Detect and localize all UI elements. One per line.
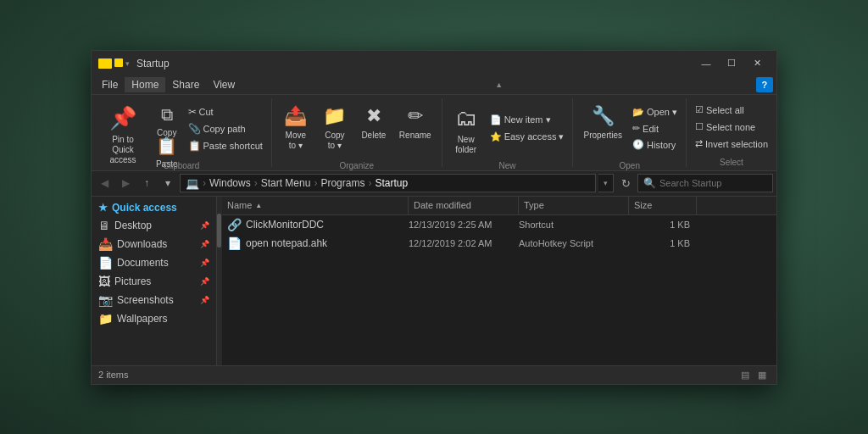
scissors-icon: ✂ — [188, 106, 197, 118]
pictures-folder-icon: 🖼 — [98, 275, 110, 288]
pin-to-quick-access-button[interactable]: 📌 Pin to Quick access — [97, 98, 149, 159]
sidebar-item-wallpapers[interactable]: 📁 Wallpapers — [92, 309, 216, 328]
move-to-button[interactable]: 📤 Move to ▾ — [277, 98, 314, 159]
close-button[interactable]: ✕ — [744, 52, 770, 75]
clipboard-buttons: 📌 Pin to Quick access ⧉ Copy 📋 Paste — [97, 98, 266, 159]
delete-button[interactable]: ✖ Delete — [355, 98, 392, 159]
select-none-label: Select none — [706, 122, 755, 132]
menu-view[interactable]: View — [206, 77, 242, 92]
window-title: Startup — [136, 58, 693, 70]
breadcrumb-startup[interactable]: Startup — [375, 177, 408, 189]
help-button[interactable]: ? — [756, 77, 773, 92]
copy-path-label: Copy path — [203, 124, 246, 134]
rename-label: Rename — [399, 131, 431, 141]
file-size-col-1: 1 KB — [629, 238, 697, 248]
minimize-button[interactable]: — — [693, 52, 719, 75]
copy-to-button[interactable]: 📁 Copy to ▾ — [316, 98, 353, 159]
title-bar-app-icons: ▾ — [98, 58, 130, 69]
menu-bar: File Home Share View ▲ ? — [92, 76, 776, 95]
edit-button[interactable]: ✏ Edit — [629, 121, 681, 136]
rename-button[interactable]: ✏ Rename — [394, 98, 437, 159]
pin-icon: 📌 — [109, 105, 136, 131]
delete-icon: ✖ — [366, 105, 381, 127]
invert-icon: ⇄ — [695, 138, 703, 149]
file-name-col-1: 📄 open notepad.ahk — [227, 236, 409, 250]
col-size-text: Size — [634, 200, 652, 210]
main-area: ★ Quick access 🖥 Desktop 📌 📥 Downloads 📌… — [92, 197, 776, 365]
clipboard-label: Clipboard — [97, 159, 266, 170]
forward-button[interactable]: ▶ — [116, 174, 135, 192]
column-header-name[interactable]: Name ▲ — [222, 197, 409, 214]
paste-shortcut-button[interactable]: 📋 Paste shortcut — [185, 138, 266, 153]
app-icon-large — [98, 58, 112, 69]
edit-col: ✂ Cut 📎 Copy path 📋 Paste shortcut — [185, 104, 266, 153]
breadcrumb-start-menu[interactable]: Start Menu — [261, 177, 311, 189]
breadcrumb-windows[interactable]: Windows — [209, 177, 251, 189]
recent-locations-button[interactable]: ▾ — [159, 174, 177, 192]
sidebar-scrollbar[interactable] — [217, 197, 222, 365]
search-icon: 🔍 — [643, 177, 656, 189]
select-buttons: ☑ Select all ☐ Select none ⇄ Invert sele… — [692, 98, 771, 156]
sidebar-item-desktop[interactable]: 🖥 Desktop 📌 — [92, 216, 216, 235]
file-name-col-0: 🔗 ClickMonitorDDC — [227, 218, 409, 231]
invert-selection-button[interactable]: ⇄ Invert selection — [692, 136, 771, 151]
sidebar-downloads-label: Downloads — [117, 238, 167, 250]
table-row[interactable]: 🔗 ClickMonitorDDC 12/13/2019 2:25 AM Sho… — [222, 215, 776, 234]
list-view-button[interactable]: ▤ — [737, 368, 753, 381]
table-row[interactable]: 📄 open notepad.ahk 12/12/2019 2:02 AM Au… — [222, 234, 776, 253]
copy-path-button[interactable]: 📎 Copy path — [185, 121, 266, 136]
sidebar-item-pictures[interactable]: 🖼 Pictures 📌 — [92, 272, 216, 291]
organize-group: 📤 Move to ▾ 📁 Copy to ▾ ✖ Delete ✏ Renam… — [272, 98, 442, 167]
new-item-col: 📄 New item ▾ ⭐ Easy access ▾ — [487, 113, 568, 144]
sep1: › — [203, 177, 206, 189]
copy-button[interactable]: ⧉ Copy — [151, 98, 183, 129]
column-header-size[interactable]: Size — [629, 197, 697, 214]
paste-icon: 📋 — [156, 136, 177, 156]
search-input[interactable] — [659, 178, 776, 188]
up-button[interactable]: ↑ — [137, 174, 156, 192]
select-none-button[interactable]: ☐ Select none — [692, 120, 771, 134]
quick-access-header: ★ Quick access — [92, 197, 216, 216]
easy-access-button[interactable]: ⭐ Easy access ▾ — [487, 130, 568, 144]
paste-shortcut-label: Paste shortcut — [203, 141, 263, 151]
menu-share[interactable]: Share — [165, 77, 206, 92]
column-header-date[interactable]: Date modified — [409, 197, 519, 214]
sidebar-item-downloads[interactable]: 📥 Downloads 📌 — [92, 235, 216, 253]
new-buttons: 🗂 New folder 📄 New item ▾ ⭐ Easy access … — [448, 98, 568, 159]
ribbon-collapse-icon[interactable]: ▲ — [495, 81, 503, 89]
select-all-button[interactable]: ☑ Select all — [692, 103, 771, 117]
sidebar-item-screenshots[interactable]: 📷 Screenshots 📌 — [92, 291, 216, 309]
paste-button[interactable]: 📋 Paste — [151, 129, 183, 159]
downloads-pin-icon: 📌 — [200, 240, 209, 248]
open-button[interactable]: 📂 Open ▾ — [629, 105, 681, 120]
copy-paste-col: ⧉ Copy 📋 Paste — [151, 98, 183, 159]
maximize-button[interactable]: ☐ — [719, 52, 744, 75]
invert-label: Invert selection — [705, 139, 768, 149]
col-sort-icon: ▲ — [255, 202, 262, 209]
history-label: History — [647, 140, 676, 150]
breadcrumb-programs[interactable]: Programs — [320, 177, 364, 189]
column-header-type[interactable]: Type — [519, 197, 629, 214]
back-button[interactable]: ◀ — [95, 174, 114, 192]
easy-access-label: Easy access ▾ — [504, 131, 565, 142]
menu-file[interactable]: File — [95, 77, 125, 92]
explorer-window: ▾ Startup — ☐ ✕ File Home Share View ▲ ?… — [91, 50, 777, 385]
new-folder-button[interactable]: 🗂 New folder — [448, 98, 485, 159]
properties-button[interactable]: 🔧 Properties — [578, 98, 627, 159]
organize-buttons: 📤 Move to ▾ 📁 Copy to ▾ ✖ Delete ✏ Renam… — [277, 98, 437, 159]
file-icon-0: 🔗 — [227, 218, 242, 231]
sidebar-item-documents[interactable]: 📄 Documents 📌 — [92, 253, 216, 272]
sep2: › — [254, 177, 258, 189]
history-button[interactable]: 🕐 History — [629, 137, 681, 152]
sidebar-scrollbar-thumb[interactable] — [217, 214, 221, 248]
menu-home[interactable]: Home — [125, 77, 165, 92]
cut-button[interactable]: ✂ Cut — [185, 104, 266, 120]
file-area: Name ▲ Date modified Type Size 🔗 Click — [222, 197, 776, 365]
breadcrumb-dropdown-button[interactable]: ▾ — [598, 174, 614, 192]
new-item-button[interactable]: 📄 New item ▾ — [487, 113, 568, 127]
refresh-button[interactable]: ↻ — [616, 174, 635, 192]
details-view-button[interactable]: ▦ — [754, 368, 770, 381]
desktop-folder-icon: 🖥 — [98, 219, 110, 232]
copy-to-icon: 📁 — [323, 105, 346, 127]
properties-icon: 🔧 — [592, 105, 615, 127]
